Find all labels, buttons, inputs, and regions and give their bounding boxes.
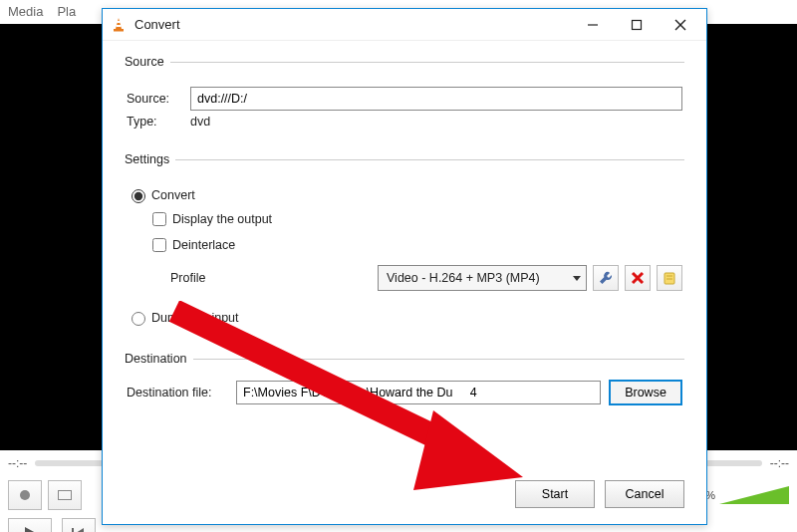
svg-rect-9 bbox=[633, 20, 642, 29]
minimize-icon bbox=[587, 19, 599, 31]
maximize-icon bbox=[631, 19, 643, 31]
edit-profile-button[interactable] bbox=[593, 265, 619, 291]
minimize-button[interactable] bbox=[571, 10, 615, 40]
display-output-label: Display the output bbox=[172, 212, 272, 226]
titlebar: Convert bbox=[103, 9, 706, 41]
source-fieldset: Source Source: Type: dvd bbox=[125, 55, 684, 136]
cancel-button[interactable]: Cancel bbox=[605, 480, 684, 508]
type-value: dvd bbox=[190, 115, 210, 129]
chevron-down-icon bbox=[572, 273, 582, 283]
close-icon bbox=[674, 19, 686, 31]
dump-raw-label: Dump raw input bbox=[151, 311, 239, 325]
deinterlace-checkbox[interactable]: Deinterlace bbox=[148, 235, 682, 255]
svg-rect-6 bbox=[117, 25, 122, 27]
source-legend: Source bbox=[125, 55, 170, 69]
svg-rect-5 bbox=[117, 21, 120, 23]
settings-fieldset: Settings Convert Display the output Dein… bbox=[125, 152, 684, 336]
menu-pla[interactable]: Pla bbox=[57, 4, 76, 22]
destination-legend: Destination bbox=[125, 352, 193, 366]
svg-marker-1 bbox=[25, 527, 36, 532]
wrench-icon bbox=[598, 270, 614, 286]
browse-button[interactable]: Browse bbox=[609, 380, 682, 405]
type-label: Type: bbox=[127, 115, 182, 129]
profile-combobox[interactable]: Video - H.264 + MP3 (MP4) bbox=[378, 265, 587, 291]
convert-dialog: Convert Source Source: Type: dvd Setting… bbox=[102, 8, 707, 525]
destination-input[interactable] bbox=[236, 381, 601, 404]
settings-legend: Settings bbox=[125, 152, 175, 166]
x-icon bbox=[631, 271, 645, 285]
volume-slider[interactable] bbox=[719, 486, 789, 504]
close-button[interactable] bbox=[659, 10, 702, 40]
previous-icon bbox=[72, 527, 86, 532]
svg-marker-0 bbox=[719, 486, 789, 504]
start-button[interactable]: Start bbox=[515, 480, 595, 508]
previous-button[interactable] bbox=[62, 518, 96, 532]
dialog-title: Convert bbox=[134, 17, 571, 32]
display-output-checkbox[interactable]: Display the output bbox=[148, 209, 682, 229]
svg-marker-4 bbox=[116, 18, 122, 29]
dump-raw-radio[interactable]: Dump raw input bbox=[127, 309, 682, 326]
snapshot-button[interactable] bbox=[48, 480, 82, 510]
convert-radio-label: Convert bbox=[151, 188, 195, 202]
source-label: Source: bbox=[127, 92, 182, 106]
destination-fieldset: Destination Destination file: Browse bbox=[125, 352, 684, 409]
dialog-footer: Start Cancel bbox=[103, 470, 706, 524]
play-icon bbox=[23, 526, 37, 532]
menu-media[interactable]: Media bbox=[8, 4, 43, 22]
svg-rect-2 bbox=[72, 528, 74, 532]
deinterlace-label: Deinterlace bbox=[172, 238, 235, 252]
play-button[interactable] bbox=[8, 518, 52, 532]
destination-label: Destination file: bbox=[127, 386, 228, 399]
source-input[interactable] bbox=[190, 87, 682, 111]
profile-value: Video - H.264 + MP3 (MP4) bbox=[387, 271, 540, 285]
document-icon bbox=[663, 271, 676, 285]
svg-marker-12 bbox=[573, 276, 581, 281]
svg-rect-7 bbox=[114, 29, 124, 32]
convert-radio[interactable]: Convert bbox=[127, 186, 682, 203]
profile-label: Profile bbox=[170, 271, 226, 285]
maximize-button[interactable] bbox=[615, 10, 659, 40]
time-total: --:-- bbox=[770, 456, 789, 470]
record-button[interactable] bbox=[8, 480, 42, 510]
svg-marker-3 bbox=[76, 528, 84, 532]
delete-profile-button[interactable] bbox=[625, 265, 651, 291]
time-elapsed: --:-- bbox=[8, 456, 27, 470]
new-profile-button[interactable] bbox=[657, 265, 682, 291]
vlc-cone-icon bbox=[111, 17, 127, 33]
